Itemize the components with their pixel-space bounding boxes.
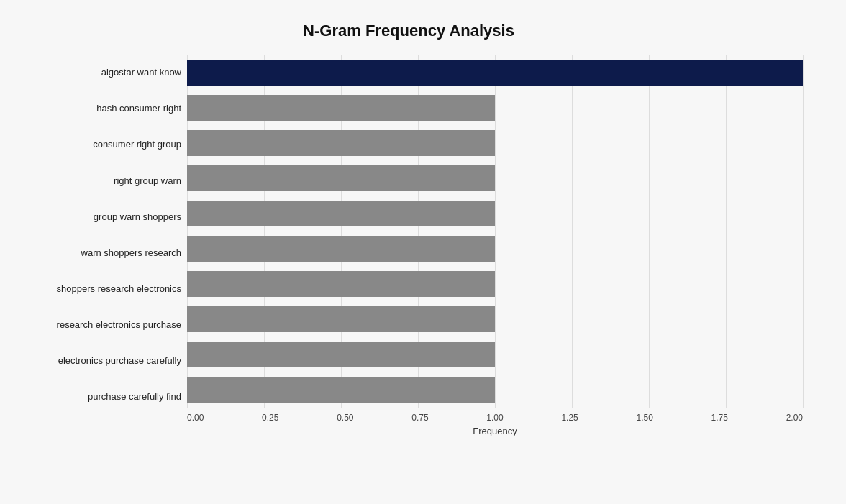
bar xyxy=(187,130,495,156)
bar-row xyxy=(187,126,803,160)
bar-row xyxy=(187,161,803,196)
x-tick-label: 2.00 xyxy=(786,413,803,423)
chart-container: N-Gram Frequency Analysis aigostar want … xyxy=(0,0,846,504)
bar-row xyxy=(187,337,803,372)
bar xyxy=(187,236,495,262)
bar xyxy=(187,201,495,226)
bar-row xyxy=(187,55,803,90)
bars-and-xaxis: 0.000.250.500.751.001.251.501.752.00 Fre… xyxy=(187,55,803,436)
y-label: aigostar want know xyxy=(101,67,181,78)
x-tick-label: 0.00 xyxy=(187,413,204,423)
y-axis: aigostar want knowhash consumer rightcon… xyxy=(14,55,187,436)
bar xyxy=(187,60,803,86)
y-label: electronics purchase carefully xyxy=(58,355,181,367)
bar-row xyxy=(187,196,803,231)
bar xyxy=(187,342,495,367)
y-label: purchase carefully find xyxy=(88,391,181,403)
bars-area xyxy=(187,55,803,408)
x-tick-label: 1.75 xyxy=(711,413,728,423)
y-label: group warn shoppers xyxy=(94,211,181,223)
x-tick-label: 1.25 xyxy=(561,413,578,423)
bar xyxy=(187,165,495,191)
x-tick-label: 0.75 xyxy=(411,413,428,423)
y-label: consumer right group xyxy=(93,139,181,150)
bar xyxy=(187,271,495,297)
chart-title: N-Gram Frequency Analysis xyxy=(14,22,803,40)
grid-line xyxy=(803,55,804,408)
bar xyxy=(187,95,495,121)
x-tick-labels: 0.000.250.500.751.001.251.501.752.00 xyxy=(187,408,803,423)
x-tick-label: 0.50 xyxy=(337,413,353,423)
y-label: hash consumer right xyxy=(96,103,181,114)
bar-row xyxy=(187,91,803,125)
x-tick-label: 1.00 xyxy=(486,413,503,423)
x-axis-title: Frequency xyxy=(187,426,803,436)
x-axis: 0.000.250.500.751.001.251.501.752.00 Fre… xyxy=(187,408,803,436)
bar-row xyxy=(187,267,803,301)
bar-row xyxy=(187,302,803,336)
bar xyxy=(187,377,495,403)
x-tick-label: 0.25 xyxy=(262,413,278,423)
y-label: right group warn xyxy=(114,175,181,187)
y-label: warn shoppers research xyxy=(81,247,181,259)
bar xyxy=(187,306,495,332)
bar-row xyxy=(187,372,803,407)
chart-area: aigostar want knowhash consumer rightcon… xyxy=(14,55,803,436)
y-label: research electronics purchase xyxy=(57,319,181,331)
y-label: shoppers research electronics xyxy=(57,283,181,295)
x-tick-label: 1.50 xyxy=(636,413,652,423)
bar-row xyxy=(187,232,803,266)
